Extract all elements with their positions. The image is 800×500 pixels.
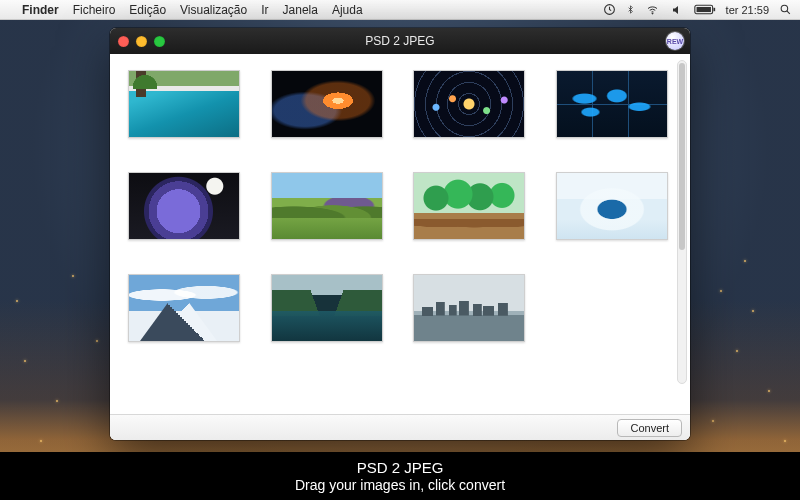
menu-ir[interactable]: Ir xyxy=(261,3,268,17)
caption-title: PSD 2 JPEG xyxy=(0,459,800,476)
svg-point-5 xyxy=(781,5,788,12)
battery-icon[interactable] xyxy=(694,4,716,15)
caption-subtitle: Drag your images in, click convert xyxy=(0,477,800,493)
desktop: Finder Ficheiro Edição Visualização Ir J… xyxy=(0,0,800,500)
volume-icon[interactable] xyxy=(670,4,684,16)
window-zoom-button[interactable] xyxy=(154,36,165,47)
vertical-scrollbar[interactable] xyxy=(677,60,687,384)
thumbnail-item[interactable] xyxy=(128,274,240,342)
timemachine-icon[interactable] xyxy=(603,3,616,16)
reward-badge[interactable]: REW xyxy=(666,32,684,50)
menu-ajuda[interactable]: Ajuda xyxy=(332,3,363,17)
thumbnail-item[interactable] xyxy=(413,70,525,138)
app-window: PSD 2 JPEG REW xyxy=(110,28,690,440)
window-titlebar[interactable]: PSD 2 JPEG REW xyxy=(110,28,690,54)
window-content: Convert xyxy=(110,54,690,440)
svg-point-1 xyxy=(652,13,653,14)
scrollbar-handle[interactable] xyxy=(679,63,685,250)
window-close-button[interactable] xyxy=(118,36,129,47)
menu-janela[interactable]: Janela xyxy=(283,3,318,17)
thumbnail-item[interactable] xyxy=(413,172,525,240)
wifi-icon[interactable] xyxy=(645,4,660,16)
svg-rect-3 xyxy=(713,8,715,11)
caption-strip: PSD 2 JPEG Drag your images in, click co… xyxy=(0,452,800,500)
svg-rect-4 xyxy=(696,7,710,12)
window-title: PSD 2 JPEG xyxy=(110,34,690,48)
menu-visualizacao[interactable]: Visualização xyxy=(180,3,247,17)
thumbnail-item[interactable] xyxy=(271,70,383,138)
image-drop-area[interactable] xyxy=(110,54,690,414)
thumbnail-item[interactable] xyxy=(556,172,668,240)
thumbnail-item[interactable] xyxy=(556,70,668,138)
thumbnail-grid xyxy=(128,70,672,342)
menu-edicao[interactable]: Edição xyxy=(129,3,166,17)
spotlight-icon[interactable] xyxy=(779,3,792,16)
menubar-clock[interactable]: ter 21:59 xyxy=(726,4,769,16)
thumbnail-item[interactable] xyxy=(271,274,383,342)
thumbnail-item[interactable] xyxy=(413,274,525,342)
menu-ficheiro[interactable]: Ficheiro xyxy=(73,3,116,17)
thumbnail-item[interactable] xyxy=(128,70,240,138)
window-minimize-button[interactable] xyxy=(136,36,147,47)
window-footer: Convert xyxy=(110,414,690,440)
menubar-app-name[interactable]: Finder xyxy=(22,3,59,17)
thumbnail-item[interactable] xyxy=(128,172,240,240)
window-traffic-lights xyxy=(118,36,165,47)
convert-button[interactable]: Convert xyxy=(617,419,682,437)
bluetooth-icon[interactable] xyxy=(626,3,635,16)
thumbnail-item[interactable] xyxy=(271,172,383,240)
macos-menubar: Finder Ficheiro Edição Visualização Ir J… xyxy=(0,0,800,20)
